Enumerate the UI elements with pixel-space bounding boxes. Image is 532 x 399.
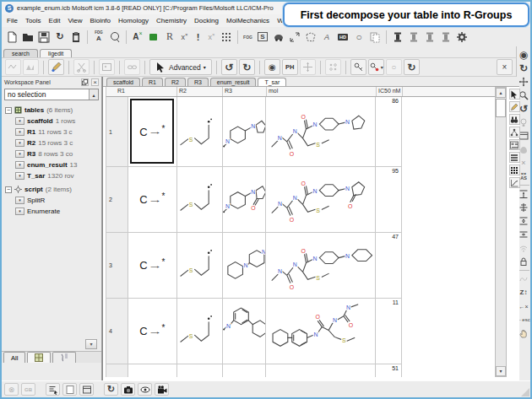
cell-ic50[interactable]: 11 — [376, 299, 402, 364]
smiles-icon[interactable]: S — [255, 29, 270, 45]
cell-ic50[interactable]: 86 — [376, 97, 402, 166]
row-number[interactable]: 1 — [106, 97, 128, 166]
ring-icon[interactable]: ○ — [386, 59, 402, 75]
rotate-view-icon[interactable]: ↻ — [518, 62, 530, 74]
cell-mol[interactable]: NO NO NN S — [266, 233, 376, 298]
selection-polygon-icon[interactable] — [303, 29, 318, 45]
edit-pencil-icon[interactable] — [48, 59, 64, 75]
cell-r2[interactable]: S — [177, 233, 223, 298]
cell-ic50[interactable]: 47 — [376, 233, 402, 298]
float-panel-icon[interactable] — [81, 78, 89, 86]
cell-ic50[interactable]: 95 — [376, 167, 402, 232]
key-red-icon[interactable]: ▾ — [368, 59, 384, 75]
cell-ic50[interactable]: 51 — [376, 364, 402, 377]
menu-chemistry[interactable]: Chemistry — [156, 17, 187, 24]
panel-window-icon[interactable] — [79, 383, 94, 396]
menu-edit[interactable]: Edit — [49, 17, 61, 24]
row-number[interactable] — [106, 364, 128, 377]
tree-item-t-sar[interactable]: ▾ T_sar 1320 rov — [2, 170, 101, 181]
tree-item-script[interactable]: − script (2 items) — [2, 184, 101, 195]
center-atom-icon[interactable]: ◉ — [264, 59, 280, 75]
spool-icon[interactable] — [422, 29, 437, 45]
cell-mol[interactable]: NO NO NN S — [266, 97, 376, 166]
italic-label-icon[interactable]: A — [319, 29, 334, 45]
tab-scaffold[interactable]: scaffold — [106, 78, 140, 86]
cell-mol[interactable] — [266, 364, 376, 377]
cell-r2[interactable]: S — [177, 299, 223, 364]
rotate-ccw-icon[interactable]: ↺ — [221, 59, 237, 75]
menu-tools[interactable]: Tools — [25, 17, 41, 24]
item-menu-icon[interactable]: ▾ — [15, 139, 24, 147]
item-menu-icon[interactable]: ▾ — [15, 172, 24, 180]
hd-icon[interactable]: HD — [335, 29, 350, 45]
table-row[interactable]: 1 C→* S — [106, 97, 402, 167]
grab-lasso-icon[interactable] — [107, 29, 122, 45]
cell-r3[interactable]: N — [223, 299, 267, 364]
header-ic50[interactable]: IC50 nM — [377, 87, 403, 96]
plot-icon[interactable] — [509, 177, 520, 188]
cell-r1[interactable]: C→* — [128, 233, 177, 298]
menu-homology[interactable]: Homology — [118, 17, 149, 24]
tab-enum-result[interactable]: enum_result — [210, 78, 257, 86]
header-r1[interactable]: R1 — [128, 87, 177, 96]
advanced-button[interactable]: Advanced ▾ — [149, 59, 212, 75]
circle-icon[interactable]: ○ — [351, 29, 366, 45]
refresh-ring-icon[interactable]: ↻ — [404, 59, 420, 75]
header-r3[interactable]: R3 — [223, 87, 267, 96]
paste-clipboard-icon[interactable] — [68, 29, 84, 45]
preview-eye-icon[interactable] — [138, 383, 152, 396]
tree-item-tables[interactable]: − tables (6 items) — [2, 105, 101, 116]
edit-table-icon[interactable] — [509, 101, 520, 112]
view-grid-icon[interactable] — [509, 164, 520, 175]
spin-view-icon[interactable]: ↻ — [104, 383, 118, 396]
tree-item-r2[interactable]: ▾ R2 15 rows 3 c — [2, 137, 101, 148]
tab-tables-icon[interactable] — [27, 352, 51, 363]
item-menu-icon[interactable]: ▾ — [15, 150, 24, 158]
cell-r1[interactable] — [128, 364, 177, 377]
new-document-icon[interactable] — [4, 29, 19, 45]
item-menu-icon[interactable]: ▾ — [15, 117, 24, 125]
header-mol[interactable]: mol — [267, 87, 377, 96]
menu-docking[interactable]: Docking — [194, 17, 219, 24]
reload-icon[interactable]: ↻ — [52, 29, 68, 45]
scroll-thumb[interactable] — [496, 99, 506, 117]
delete-bond-icon[interactable]: x× — [205, 29, 218, 45]
atom-pair-icon[interactable] — [325, 59, 341, 75]
tab-r3[interactable]: R3 — [187, 78, 209, 86]
clear-label-icon[interactable]: A× — [130, 29, 145, 45]
scroll-down-icon[interactable]: ▾ — [496, 366, 506, 376]
cell-mol[interactable]: NO NO NN SO — [266, 167, 376, 232]
green-box-icon[interactable] — [146, 29, 161, 45]
cell-r1[interactable]: C→* — [128, 167, 177, 232]
view-list-icon[interactable] — [509, 152, 520, 163]
table-row[interactable]: 2 C→* S — [106, 167, 402, 233]
spool-dark-icon[interactable] — [390, 29, 405, 45]
row-number[interactable]: 4 — [106, 299, 128, 364]
tab-ligedit[interactable]: ligedit — [40, 49, 72, 57]
cursor-tool-icon[interactable] — [509, 89, 520, 100]
stereo-icon[interactable] — [271, 29, 286, 45]
tree-item-splitr[interactable]: ▾ SplitR — [2, 195, 101, 206]
table-row[interactable]: 3 C→* S NN — [106, 233, 402, 299]
close-toolbar-button[interactable]: × — [497, 59, 513, 75]
movie-camera-icon[interactable] — [155, 383, 169, 396]
tree-scroll-button[interactable]: ▾ — [85, 339, 97, 349]
tab-t-sar[interactable]: T_sar — [258, 78, 286, 86]
collapse-icon[interactable]: − — [5, 107, 12, 114]
cell-mol[interactable]: NO NO NS — [266, 299, 376, 364]
rotate-cw-icon[interactable]: ↻ — [239, 59, 255, 75]
spool-icon[interactable] — [438, 29, 453, 45]
tree-item-r3[interactable]: ▾ R3 8 rows 3 co — [2, 148, 101, 159]
cell-r2[interactable]: S — [177, 167, 223, 232]
warning-icon[interactable]: ! — [192, 29, 204, 45]
menu-molmechanics[interactable]: MolMechanics — [226, 17, 269, 24]
item-menu-icon[interactable]: ▾ — [15, 161, 24, 169]
table-scrollbar[interactable]: ▴ ▾ — [495, 87, 507, 377]
key-icon[interactable] — [350, 59, 366, 75]
cell-r2[interactable] — [177, 364, 223, 377]
spool-icon[interactable] — [406, 29, 421, 45]
fit-view-icon[interactable] — [287, 29, 302, 45]
tree-item-enumerate[interactable]: ▾ Enumerate — [2, 206, 101, 217]
tree-item-enum-result[interactable]: ▾ enum_result 13 — [2, 159, 101, 170]
view-cards-icon[interactable] — [509, 139, 520, 150]
